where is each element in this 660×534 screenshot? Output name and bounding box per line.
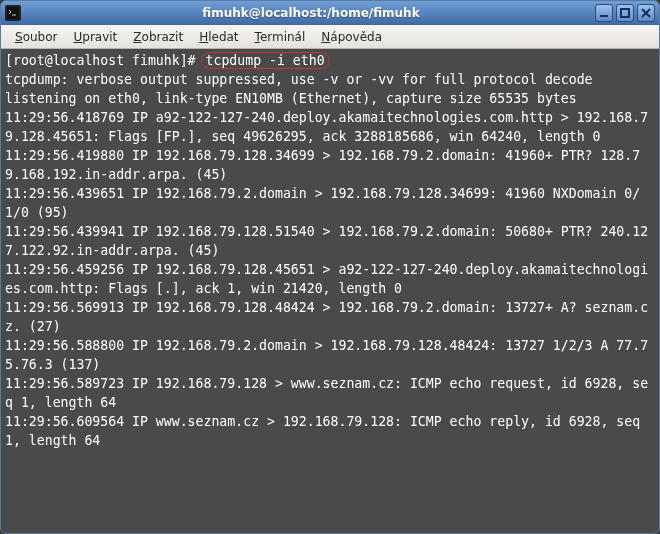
terminal-output-line: tcpdump: verbose output suppressed, use … bbox=[5, 70, 655, 89]
terminal-output-line: 11:29:56.439651 IP 192.168.79.2.domain >… bbox=[5, 184, 655, 222]
terminal-output-line: 11:29:56.588800 IP 192.168.79.2.domain >… bbox=[5, 336, 655, 374]
svg-rect-3 bbox=[621, 9, 629, 17]
shell-prompt: [root@localhost fimuhk]# bbox=[5, 53, 204, 68]
menu-napoveda[interactable]: Nápověda bbox=[313, 28, 390, 46]
terminal-output-line: 11:29:56.589723 IP 192.168.79.128 > www.… bbox=[5, 374, 655, 412]
terminal-output-line: 11:29:56.418769 IP a92-122-127-240.deplo… bbox=[5, 108, 655, 146]
menu-soubor[interactable]: Soubor bbox=[7, 28, 65, 46]
maximize-button[interactable] bbox=[616, 4, 634, 22]
close-button[interactable] bbox=[637, 4, 655, 22]
terminal-output-line: 11:29:56.459256 IP 192.168.79.128.45651 … bbox=[5, 260, 655, 298]
minimize-button[interactable] bbox=[595, 4, 613, 22]
terminal-pane[interactable]: [root@localhost fimuhk]# tcpdump -i eth0… bbox=[1, 49, 659, 533]
prompt-line: [root@localhost fimuhk]# tcpdump -i eth0 bbox=[5, 51, 655, 70]
window-title: fimuhk@localhost:/home/fimuhk bbox=[27, 6, 595, 20]
app-window: fimuhk@localhost:/home/fimuhk Soubor Upr… bbox=[0, 0, 660, 534]
titlebar[interactable]: fimuhk@localhost:/home/fimuhk bbox=[1, 1, 659, 25]
svg-rect-0 bbox=[7, 7, 19, 19]
terminal-output-line: 11:29:56.569913 IP 192.168.79.128.48424 … bbox=[5, 298, 655, 336]
menu-upravit[interactable]: Upravit bbox=[65, 28, 125, 46]
menu-zobrazit[interactable]: Zobrazit bbox=[125, 28, 191, 46]
menubar: Soubor Upravit Zobrazit Hledat Terminál … bbox=[1, 25, 659, 49]
terminal-output-line: 11:29:56.419880 IP 192.168.79.128.34699 … bbox=[5, 146, 655, 184]
terminal-output-line: 11:29:56.439941 IP 192.168.79.128.51540 … bbox=[5, 222, 655, 260]
menu-terminal[interactable]: Terminál bbox=[247, 28, 314, 46]
terminal-output-line: 11:29:56.609564 IP www.seznam.cz > 192.1… bbox=[5, 412, 655, 450]
terminal-app-icon bbox=[5, 5, 21, 21]
menu-hledat[interactable]: Hledat bbox=[191, 28, 246, 46]
window-buttons bbox=[595, 4, 655, 22]
entered-command: tcpdump -i eth0 bbox=[204, 53, 327, 68]
terminal-output-line: listening on eth0, link-type EN10MB (Eth… bbox=[5, 89, 655, 108]
